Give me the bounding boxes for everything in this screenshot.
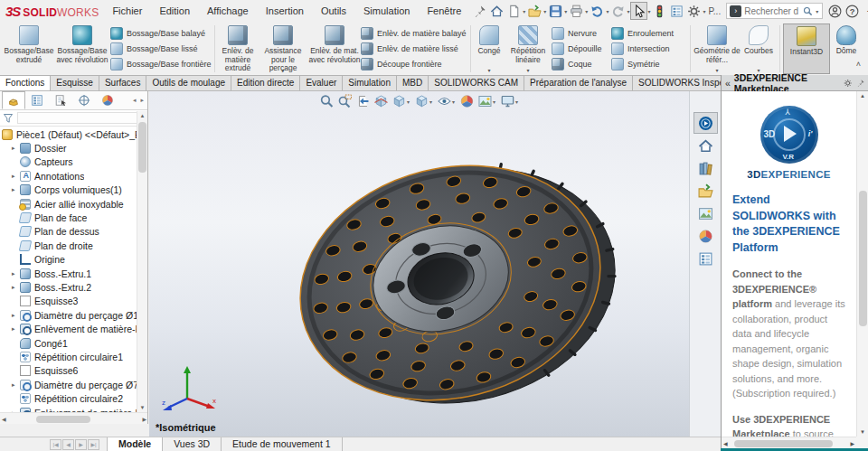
view-settings-button[interactable]: ▾: [500, 94, 519, 108]
undo-button[interactable]: [589, 2, 606, 20]
tree-filter-input[interactable]: [17, 112, 145, 124]
boss-extrude-button[interactable]: Bossage/Base extrudé: [4, 23, 54, 74]
taskpane-view-palette-icon[interactable]: [693, 202, 718, 224]
filter-funnel-icon[interactable]: [3, 113, 14, 124]
scroll-left-arrow[interactable]: ◀: [2, 416, 6, 422]
tree-root-item[interactable]: Pièce1 (Défaut) <<Défaut>_Etat d'a: [0, 127, 147, 141]
bottom-tab[interactable]: Modèle: [107, 437, 163, 451]
cut-extrude-button[interactable]: Enlèv. de matière extrudé: [218, 23, 258, 74]
cut-revolve-button[interactable]: Enlèv. de mat. avec révolution: [308, 23, 361, 74]
expand-arrow-icon[interactable]: ▸: [12, 312, 20, 319]
taskpane-file-explorer-icon[interactable]: [693, 180, 718, 202]
new-document-button[interactable]: [505, 2, 523, 20]
boss-loft-button[interactable]: Bossage/Base lissé: [110, 42, 212, 55]
graphics-viewport[interactable]: ▾ ▾ ▾ ▾ ▾ x z *Isométrique: [149, 91, 689, 437]
draft-button[interactable]: Dépouille: [552, 42, 611, 55]
command-tab[interactable]: Surfaces: [99, 75, 146, 90]
marketplace-horizontal-scrollbar[interactable]: ◀ ▶: [722, 437, 856, 448]
select-caret[interactable]: ▾: [647, 8, 650, 14]
expand-arrow-icon[interactable]: ▸: [12, 284, 20, 291]
menu-item[interactable]: Fenêtre: [426, 4, 462, 18]
taskpane-3dexperience-icon[interactable]: [693, 112, 718, 134]
open-button[interactable]: [526, 2, 543, 20]
display-style-button[interactable]: ▾: [414, 94, 433, 108]
tree-item[interactable]: ▸ Boss.-Extru.2: [0, 280, 147, 294]
scroll-up-arrow[interactable]: ▲: [137, 111, 147, 118]
tree-horizontal-scrollbar[interactable]: ◀ ▶: [0, 412, 148, 424]
tree-item[interactable]: ▸ Répétition circulaire1: [0, 350, 147, 363]
tab-propertymanager[interactable]: [25, 91, 49, 109]
tree-item[interactable]: ▸ Annotations: [0, 169, 147, 183]
tree-item[interactable]: ▸ Diamètre du perçage Ø12.0 (12: [0, 308, 147, 322]
tree-item[interactable]: ▸ Capteurs: [0, 155, 147, 169]
command-tab[interactable]: SOLIDWORKS CAM: [428, 75, 524, 90]
rebuild-button[interactable]: [651, 2, 668, 20]
command-tab[interactable]: Fonctions: [0, 75, 51, 90]
tab-dimxpertmanager[interactable]: [72, 91, 96, 109]
options-button[interactable]: [685, 2, 703, 20]
tree-item[interactable]: ▸ Répétition circulaire2: [0, 391, 147, 405]
tree-item[interactable]: ▸ Acier allié inoxydable: [0, 197, 147, 211]
tree-item[interactable]: ▸ Plan de dessus: [0, 225, 147, 239]
command-tab[interactable]: Esquisse: [50, 75, 99, 90]
shell-button[interactable]: Coque: [552, 58, 611, 70]
search-caret[interactable]: ▾: [816, 8, 818, 14]
tree-item[interactable]: ▸ Corps volumiques(1): [0, 183, 147, 197]
taskpane-home-icon[interactable]: [693, 135, 718, 156]
minimize-button[interactable]: –: [861, 2, 868, 20]
taskpane-appearances-icon[interactable]: [693, 225, 718, 247]
scroll-thumb[interactable]: [138, 122, 146, 173]
menu-item[interactable]: Insertion: [265, 4, 305, 18]
collapse-panel-icon[interactable]: «: [725, 78, 731, 89]
command-tab[interactable]: Edition directe: [231, 75, 300, 90]
command-tab[interactable]: Simulation: [342, 75, 397, 90]
command-tab[interactable]: Evaluer: [299, 75, 343, 90]
redo-caret[interactable]: ▾: [627, 8, 629, 14]
open-caret[interactable]: ▾: [543, 8, 546, 14]
nav-next-button[interactable]: ▶: [75, 439, 87, 450]
previous-view-button[interactable]: [355, 94, 370, 108]
apply-scene-button[interactable]: ▾: [477, 94, 496, 108]
expand-arrow-icon[interactable]: ▸: [12, 270, 20, 277]
taskpane-custom-properties-icon[interactable]: [693, 248, 718, 269]
scroll-thumb[interactable]: [859, 191, 867, 326]
tree-item[interactable]: ▸ Enlèvement de matière-Révolu: [0, 322, 147, 335]
command-tab[interactable]: Préparation de l'analyse: [524, 75, 633, 90]
save-button[interactable]: [547, 2, 564, 20]
tree-item[interactable]: ▸ Esquisse6: [0, 364, 147, 378]
scroll-down-arrow[interactable]: ▼: [137, 405, 147, 410]
curves-button[interactable]: Courbes▾: [741, 23, 777, 74]
boss-boundary-button[interactable]: Bossage/Base frontière: [110, 58, 212, 70]
menu-item[interactable]: Edition: [158, 4, 191, 18]
marketplace-settings-icon[interactable]: [844, 78, 852, 89]
fillet-button[interactable]: Congé▾: [474, 23, 505, 74]
tab-configurationmanager[interactable]: [49, 91, 72, 109]
search-input[interactable]: [744, 6, 800, 16]
marketplace-vertical-scrollbar[interactable]: ▲ ▼: [856, 91, 868, 437]
save-caret[interactable]: ▾: [564, 8, 567, 14]
file-properties-button[interactable]: [668, 2, 685, 20]
wrap-button[interactable]: Enroulement: [611, 27, 687, 40]
intersect-button[interactable]: Intersection: [611, 42, 687, 55]
zoom-area-button[interactable]: [337, 94, 352, 108]
fillet-caret[interactable]: ▾: [487, 67, 490, 73]
select-tool-button[interactable]: [630, 2, 647, 20]
nav-last-button[interactable]: ▶|: [88, 439, 99, 450]
scroll-right-arrow[interactable]: ▶: [142, 416, 146, 422]
scroll-thumb[interactable]: [734, 440, 833, 447]
edit-appearance-button[interactable]: [459, 94, 474, 108]
print-caret[interactable]: ▾: [585, 8, 588, 14]
scroll-up-arrow[interactable]: ▲: [857, 91, 868, 99]
tree-item[interactable]: ▸ Dossier: [0, 141, 147, 155]
menu-item[interactable]: Simulation: [363, 4, 410, 18]
scroll-thumb[interactable]: [36, 416, 90, 423]
nav-first-button[interactable]: |◀: [50, 439, 61, 450]
redo-button[interactable]: [609, 2, 627, 20]
linear-pattern-button[interactable]: Répétition linéaire▾: [505, 23, 552, 74]
hole-wizard-caret[interactable]: ▾: [281, 67, 284, 73]
tree-item[interactable]: ▸ Congé1: [0, 336, 147, 350]
menu-item[interactable]: Outils: [320, 4, 347, 18]
undo-caret[interactable]: ▾: [606, 8, 609, 14]
tree-item[interactable]: ▸ Esquisse3: [0, 295, 147, 308]
hide-show-items-button[interactable]: ▾: [437, 94, 456, 108]
